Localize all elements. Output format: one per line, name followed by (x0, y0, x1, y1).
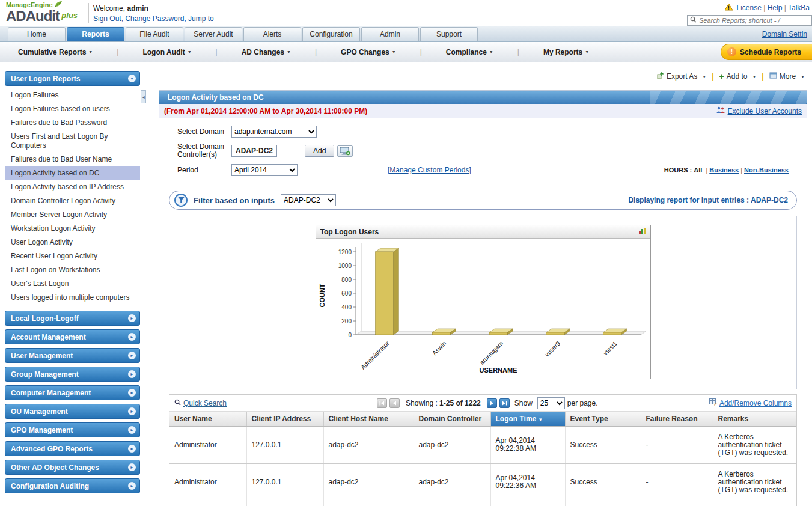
table-header-cell[interactable]: Event Type▼ (565, 412, 641, 426)
subnav-menu[interactable]: AD Changes ▼ (242, 48, 317, 56)
table-row[interactable]: Administrator 127.0.0.1 adap-dc2 adap-dc… (169, 501, 796, 506)
sidebar-section[interactable]: Local Logon-Logoff ► (5, 311, 140, 326)
table-header-cell[interactable]: Remarks▼ (713, 412, 796, 426)
sidebar-item[interactable]: Logon Failures based on users (5, 102, 140, 116)
sidebar-item[interactable]: Failures due to Bad Password (5, 116, 140, 130)
nav-tab[interactable]: Support (420, 27, 478, 41)
domain-settings-link[interactable]: Domain Settin (762, 30, 807, 38)
sidebar-item[interactable]: Failures due to Bad User Name (5, 153, 140, 166)
add-to-button[interactable]: + Add to ▼ (719, 72, 757, 81)
sidebar-section[interactable]: Configuration Auditing ► (5, 478, 140, 493)
table-header-row: User Name▼Client IP Address▼Client Host … (169, 412, 796, 426)
schedule-reports-button[interactable]: ! Schedule Reports (721, 44, 812, 60)
nav-tab[interactable]: Configuration (302, 27, 360, 41)
table-row[interactable]: Administrator 127.0.0.1 adap-dc2 adap-dc… (169, 463, 796, 501)
table-header-cell[interactable]: User Name▼ (169, 412, 246, 426)
cell-client-host: adap-dc2 (323, 463, 414, 501)
sidebar-item[interactable]: Logon Activity based on IP Address (5, 180, 140, 194)
cell-event-type: Success (565, 426, 641, 463)
svg-text:0: 0 (348, 332, 352, 338)
sidebar-section[interactable]: Computer Management ► (5, 385, 140, 400)
chevron-down-icon: ▼ (287, 50, 291, 54)
table-header-cell[interactable]: Domain Controller▼ (414, 412, 490, 426)
sidebar-item[interactable]: Logon Activity based on DC (5, 166, 140, 180)
sidebar-item[interactable]: Users logged into multiple computers (5, 291, 140, 305)
nav-tab[interactable]: Server Audit (185, 27, 242, 41)
hours-all[interactable]: All (694, 166, 702, 174)
page-size-select[interactable]: 25 (537, 397, 565, 409)
first-page-button[interactable] (377, 398, 387, 408)
filter-input-dropdown[interactable]: ADAP-DC2 (281, 194, 336, 206)
sidebar-section[interactable]: Group Management ► (5, 367, 140, 382)
sidebar-section[interactable]: Account Management ► (5, 329, 140, 344)
sidebar-item[interactable]: Logon Failures (5, 88, 140, 102)
sidebar-section-user-logon-reports[interactable]: User Logon Reports ▼ (5, 71, 140, 86)
subnav-menu[interactable]: My Reports ▼ (543, 48, 589, 56)
sidebar-item[interactable]: Recent User Logon Activity (5, 249, 140, 263)
next-page-button[interactable] (487, 398, 497, 408)
nav-tab[interactable]: Admin (361, 27, 419, 41)
more-button[interactable]: More ▼ (769, 72, 805, 81)
search-input[interactable] (699, 17, 809, 24)
select-domain-dropdown[interactable]: adap.internal.com (231, 126, 317, 138)
quick-search[interactable]: Quick Search (174, 399, 227, 407)
chevron-right-icon: ► (128, 463, 136, 471)
sidebar-section[interactable]: OU Management ► (5, 404, 140, 419)
sidebar-item[interactable]: Last Logon on Workstations (5, 263, 140, 277)
sidebar-section[interactable]: Advanced GPO Reports ► (5, 441, 140, 456)
export-as-button[interactable]: Export As ▼ (656, 72, 706, 81)
session-link-anchor[interactable]: Jump to (188, 14, 214, 23)
table-header-cell[interactable]: Logon Time▼ (490, 412, 565, 426)
add-dc-button[interactable]: Add (305, 145, 334, 157)
nav-tab[interactable]: Home (8, 27, 66, 41)
sidebar-collapse-handle[interactable]: ◄ (141, 90, 146, 103)
session-link-anchor[interactable]: Sign Out (93, 14, 121, 23)
hours-business-link[interactable]: Business (709, 166, 739, 174)
table-header-cell[interactable]: Client IP Address▼ (246, 412, 323, 426)
exclude-user-accounts-link[interactable]: Exclude User Accounts (728, 107, 802, 115)
hours-nonbusiness-link[interactable]: Non-Business (744, 166, 789, 174)
warning-icon[interactable] (724, 3, 733, 13)
sidebar-item[interactable]: User's Last Logon (5, 277, 140, 291)
chevron-down-icon[interactable]: ▼ (128, 75, 136, 82)
sidebar-collapsed-sections: Local Logon-Logoff ► Account Management … (5, 311, 140, 493)
session-link-anchor[interactable]: Change Password (125, 14, 184, 23)
sidebar-item[interactable]: User Logon Activity (5, 236, 140, 249)
nav-tab[interactable]: Reports (67, 27, 124, 41)
cell-remarks: A Kerberos authentication ticket (TGT) w… (713, 463, 796, 501)
manage-custom-periods-link[interactable]: [Manage Custom Periods] (388, 166, 471, 174)
svg-text:400: 400 (341, 304, 352, 311)
utility-link[interactable]: License (737, 4, 762, 12)
svg-text:arumugam: arumugam (478, 340, 504, 366)
sidebar-item[interactable]: Member Server Logon Activity (5, 208, 140, 222)
cell-failure-reason (641, 501, 713, 506)
previous-page-button[interactable] (389, 398, 400, 408)
table-row[interactable]: Administrator 127.0.0.1 adap-dc2 adap-dc… (169, 426, 796, 463)
period-dropdown[interactable]: April 2014 (231, 164, 298, 176)
sidebar-item[interactable]: Workstation Logon Activity (5, 222, 140, 236)
sidebar-section[interactable]: Other AD Object Changes ► (5, 460, 140, 475)
sidebar-item[interactable]: Domain Controller Logon Activity (5, 194, 140, 208)
sidebar-section[interactable]: User Management ► (5, 348, 140, 363)
filter-funnel-icon (174, 194, 188, 207)
chevron-right-icon: ► (128, 333, 136, 341)
subnav-menu[interactable]: GPO Changes ▼ (341, 48, 422, 56)
cell-event-type (565, 501, 641, 506)
domain-controller-field[interactable]: ADAP-DC2 (231, 145, 277, 157)
chart-type-icon[interactable] (638, 227, 646, 236)
subnav-menu[interactable]: Compliance ▼ (446, 48, 519, 56)
last-page-button[interactable] (499, 398, 510, 408)
nav-tab[interactable]: Alerts (243, 27, 301, 41)
subnav-menu[interactable]: Cumulative Reports ▼ (18, 48, 118, 56)
svg-text:Administrator: Administrator (359, 340, 391, 371)
utility-link[interactable]: TalkBa (788, 4, 810, 12)
table-header-cell[interactable]: Failure Reason▼ (641, 412, 713, 426)
sidebar-item[interactable]: Users First and Last Logon By Computers (5, 130, 140, 153)
subnav-menu[interactable]: Logon Audit ▼ (142, 48, 217, 56)
browse-computers-button[interactable] (337, 145, 353, 157)
add-remove-columns[interactable]: Add/Remove Columns (709, 398, 792, 407)
nav-tab[interactable]: File Audit (126, 27, 183, 41)
utility-link[interactable]: Help (768, 4, 783, 12)
sidebar-section[interactable]: GPO Management ► (5, 422, 140, 437)
table-header-cell[interactable]: Client Host Name▼ (323, 412, 414, 426)
